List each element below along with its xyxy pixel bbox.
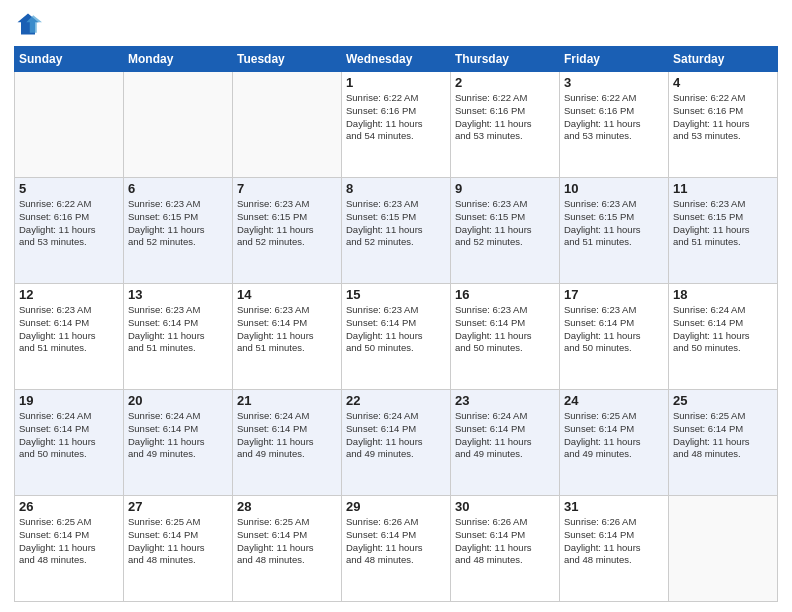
calendar-cell	[233, 72, 342, 178]
day-info: Sunrise: 6:24 AM Sunset: 6:14 PM Dayligh…	[128, 410, 228, 461]
day-info: Sunrise: 6:23 AM Sunset: 6:14 PM Dayligh…	[128, 304, 228, 355]
day-number: 8	[346, 181, 446, 196]
day-info: Sunrise: 6:25 AM Sunset: 6:14 PM Dayligh…	[19, 516, 119, 567]
day-info: Sunrise: 6:24 AM Sunset: 6:14 PM Dayligh…	[237, 410, 337, 461]
day-number: 11	[673, 181, 773, 196]
logo	[14, 10, 46, 38]
weekday-header-row: SundayMondayTuesdayWednesdayThursdayFrid…	[15, 47, 778, 72]
calendar-cell: 8Sunrise: 6:23 AM Sunset: 6:15 PM Daylig…	[342, 178, 451, 284]
day-number: 23	[455, 393, 555, 408]
day-number: 7	[237, 181, 337, 196]
day-info: Sunrise: 6:22 AM Sunset: 6:16 PM Dayligh…	[455, 92, 555, 143]
day-info: Sunrise: 6:26 AM Sunset: 6:14 PM Dayligh…	[455, 516, 555, 567]
weekday-header-monday: Monday	[124, 47, 233, 72]
day-info: Sunrise: 6:25 AM Sunset: 6:14 PM Dayligh…	[564, 410, 664, 461]
page: SundayMondayTuesdayWednesdayThursdayFrid…	[0, 0, 792, 612]
calendar-cell: 2Sunrise: 6:22 AM Sunset: 6:16 PM Daylig…	[451, 72, 560, 178]
day-number: 21	[237, 393, 337, 408]
day-info: Sunrise: 6:23 AM Sunset: 6:14 PM Dayligh…	[346, 304, 446, 355]
calendar-cell: 4Sunrise: 6:22 AM Sunset: 6:16 PM Daylig…	[669, 72, 778, 178]
day-info: Sunrise: 6:24 AM Sunset: 6:14 PM Dayligh…	[673, 304, 773, 355]
calendar-cell: 18Sunrise: 6:24 AM Sunset: 6:14 PM Dayli…	[669, 284, 778, 390]
day-number: 17	[564, 287, 664, 302]
header	[14, 10, 778, 38]
day-info: Sunrise: 6:22 AM Sunset: 6:16 PM Dayligh…	[673, 92, 773, 143]
day-info: Sunrise: 6:25 AM Sunset: 6:14 PM Dayligh…	[237, 516, 337, 567]
day-number: 4	[673, 75, 773, 90]
day-number: 16	[455, 287, 555, 302]
day-info: Sunrise: 6:25 AM Sunset: 6:14 PM Dayligh…	[673, 410, 773, 461]
calendar-cell: 24Sunrise: 6:25 AM Sunset: 6:14 PM Dayli…	[560, 390, 669, 496]
day-number: 31	[564, 499, 664, 514]
day-info: Sunrise: 6:24 AM Sunset: 6:14 PM Dayligh…	[455, 410, 555, 461]
day-info: Sunrise: 6:23 AM Sunset: 6:14 PM Dayligh…	[455, 304, 555, 355]
day-info: Sunrise: 6:23 AM Sunset: 6:14 PM Dayligh…	[237, 304, 337, 355]
day-number: 26	[19, 499, 119, 514]
day-number: 19	[19, 393, 119, 408]
calendar-cell: 3Sunrise: 6:22 AM Sunset: 6:16 PM Daylig…	[560, 72, 669, 178]
day-number: 12	[19, 287, 119, 302]
day-number: 22	[346, 393, 446, 408]
calendar-cell: 10Sunrise: 6:23 AM Sunset: 6:15 PM Dayli…	[560, 178, 669, 284]
day-info: Sunrise: 6:22 AM Sunset: 6:16 PM Dayligh…	[564, 92, 664, 143]
day-info: Sunrise: 6:23 AM Sunset: 6:15 PM Dayligh…	[346, 198, 446, 249]
calendar-cell: 28Sunrise: 6:25 AM Sunset: 6:14 PM Dayli…	[233, 496, 342, 602]
day-number: 29	[346, 499, 446, 514]
calendar-cell: 27Sunrise: 6:25 AM Sunset: 6:14 PM Dayli…	[124, 496, 233, 602]
day-info: Sunrise: 6:23 AM Sunset: 6:14 PM Dayligh…	[19, 304, 119, 355]
calendar-cell: 12Sunrise: 6:23 AM Sunset: 6:14 PM Dayli…	[15, 284, 124, 390]
calendar-cell: 26Sunrise: 6:25 AM Sunset: 6:14 PM Dayli…	[15, 496, 124, 602]
calendar-cell: 29Sunrise: 6:26 AM Sunset: 6:14 PM Dayli…	[342, 496, 451, 602]
day-info: Sunrise: 6:24 AM Sunset: 6:14 PM Dayligh…	[19, 410, 119, 461]
day-info: Sunrise: 6:26 AM Sunset: 6:14 PM Dayligh…	[564, 516, 664, 567]
weekday-header-friday: Friday	[560, 47, 669, 72]
weekday-header-thursday: Thursday	[451, 47, 560, 72]
weekday-header-saturday: Saturday	[669, 47, 778, 72]
day-number: 15	[346, 287, 446, 302]
calendar-cell: 25Sunrise: 6:25 AM Sunset: 6:14 PM Dayli…	[669, 390, 778, 496]
calendar-cell	[15, 72, 124, 178]
calendar-cell: 9Sunrise: 6:23 AM Sunset: 6:15 PM Daylig…	[451, 178, 560, 284]
day-info: Sunrise: 6:26 AM Sunset: 6:14 PM Dayligh…	[346, 516, 446, 567]
day-info: Sunrise: 6:23 AM Sunset: 6:15 PM Dayligh…	[128, 198, 228, 249]
calendar-cell: 16Sunrise: 6:23 AM Sunset: 6:14 PM Dayli…	[451, 284, 560, 390]
day-number: 14	[237, 287, 337, 302]
day-info: Sunrise: 6:23 AM Sunset: 6:15 PM Dayligh…	[455, 198, 555, 249]
calendar-week-2: 5Sunrise: 6:22 AM Sunset: 6:16 PM Daylig…	[15, 178, 778, 284]
calendar-cell: 15Sunrise: 6:23 AM Sunset: 6:14 PM Dayli…	[342, 284, 451, 390]
day-number: 5	[19, 181, 119, 196]
calendar-cell: 17Sunrise: 6:23 AM Sunset: 6:14 PM Dayli…	[560, 284, 669, 390]
day-number: 25	[673, 393, 773, 408]
calendar-table: SundayMondayTuesdayWednesdayThursdayFrid…	[14, 46, 778, 602]
calendar-week-4: 19Sunrise: 6:24 AM Sunset: 6:14 PM Dayli…	[15, 390, 778, 496]
day-number: 1	[346, 75, 446, 90]
day-number: 2	[455, 75, 555, 90]
day-number: 20	[128, 393, 228, 408]
day-number: 10	[564, 181, 664, 196]
day-number: 27	[128, 499, 228, 514]
calendar-cell: 6Sunrise: 6:23 AM Sunset: 6:15 PM Daylig…	[124, 178, 233, 284]
day-number: 30	[455, 499, 555, 514]
day-info: Sunrise: 6:22 AM Sunset: 6:16 PM Dayligh…	[346, 92, 446, 143]
day-info: Sunrise: 6:25 AM Sunset: 6:14 PM Dayligh…	[128, 516, 228, 567]
day-number: 6	[128, 181, 228, 196]
day-info: Sunrise: 6:23 AM Sunset: 6:15 PM Dayligh…	[237, 198, 337, 249]
calendar-cell: 7Sunrise: 6:23 AM Sunset: 6:15 PM Daylig…	[233, 178, 342, 284]
calendar-cell	[669, 496, 778, 602]
calendar-cell: 30Sunrise: 6:26 AM Sunset: 6:14 PM Dayli…	[451, 496, 560, 602]
calendar-cell	[124, 72, 233, 178]
calendar-cell: 14Sunrise: 6:23 AM Sunset: 6:14 PM Dayli…	[233, 284, 342, 390]
day-number: 13	[128, 287, 228, 302]
day-info: Sunrise: 6:24 AM Sunset: 6:14 PM Dayligh…	[346, 410, 446, 461]
day-number: 24	[564, 393, 664, 408]
weekday-header-sunday: Sunday	[15, 47, 124, 72]
weekday-header-tuesday: Tuesday	[233, 47, 342, 72]
calendar-cell: 31Sunrise: 6:26 AM Sunset: 6:14 PM Dayli…	[560, 496, 669, 602]
calendar-cell: 20Sunrise: 6:24 AM Sunset: 6:14 PM Dayli…	[124, 390, 233, 496]
day-info: Sunrise: 6:23 AM Sunset: 6:15 PM Dayligh…	[564, 198, 664, 249]
calendar-cell: 19Sunrise: 6:24 AM Sunset: 6:14 PM Dayli…	[15, 390, 124, 496]
calendar-week-3: 12Sunrise: 6:23 AM Sunset: 6:14 PM Dayli…	[15, 284, 778, 390]
day-info: Sunrise: 6:23 AM Sunset: 6:14 PM Dayligh…	[564, 304, 664, 355]
day-info: Sunrise: 6:23 AM Sunset: 6:15 PM Dayligh…	[673, 198, 773, 249]
calendar-cell: 5Sunrise: 6:22 AM Sunset: 6:16 PM Daylig…	[15, 178, 124, 284]
